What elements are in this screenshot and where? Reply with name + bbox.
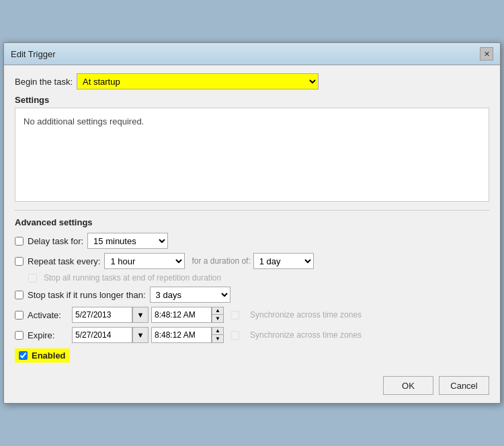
begin-task-row: Begin the task: At startup On a schedule… <box>15 73 489 89</box>
stop-tasks-row: Stop all running tasks at end of repetit… <box>28 273 489 283</box>
activate-calendar-button[interactable]: ▼ <box>132 307 149 323</box>
no-settings-text: No additional settings required. <box>24 116 144 126</box>
expire-time-up[interactable]: ▲ <box>212 328 223 335</box>
expire-checkbox[interactable] <box>15 331 24 340</box>
activate-time-input[interactable] <box>151 307 212 323</box>
dialog-body: Begin the task: At startup On a schedule… <box>4 65 500 371</box>
edit-trigger-dialog: Edit Trigger ✕ Begin the task: At startu… <box>3 42 501 404</box>
expire-row: Expire: ▼ ▲ ▼ Synchronize across time zo… <box>15 327 489 343</box>
expire-label: Expire: <box>28 330 54 340</box>
expire-calendar-button[interactable]: ▼ <box>132 327 149 343</box>
delay-task-label: Delay task for: <box>28 236 83 246</box>
expire-time-input[interactable] <box>151 327 212 343</box>
activate-time-up[interactable]: ▲ <box>212 307 223 315</box>
enabled-row: Enabled <box>15 348 70 363</box>
activate-time-down[interactable]: ▼ <box>212 315 223 322</box>
stop-if-runs-select[interactable]: 3 days 1 hour 2 hours <box>150 287 230 303</box>
settings-section: No additional settings required. <box>15 108 489 202</box>
stop-if-runs-checkbox[interactable] <box>15 291 24 299</box>
stop-if-runs-row: Stop task if it runs longer than: 3 days… <box>15 287 489 303</box>
title-bar: Edit Trigger ✕ <box>4 43 500 65</box>
expire-sync-container: Synchronize across time zones <box>230 330 362 340</box>
activate-row: Activate: ▼ ▲ ▼ Synchronize across time … <box>15 307 489 323</box>
delay-task-row: Delay task for: 15 minutes 30 minutes 1 … <box>15 233 489 249</box>
activate-checkbox[interactable] <box>15 311 24 320</box>
dialog-footer: OK Cancel <box>4 371 500 403</box>
expire-time-down[interactable]: ▼ <box>212 335 223 342</box>
repeat-task-checkbox[interactable] <box>15 257 24 266</box>
for-duration-label: for a duration of: <box>192 256 250 266</box>
begin-task-label: Begin the task: <box>15 77 73 87</box>
settings-section-label: Settings <box>15 95 489 105</box>
dialog-title: Edit Trigger <box>11 49 55 59</box>
expire-sync-label: Synchronize across time zones <box>250 330 362 340</box>
activate-date-input[interactable] <box>72 307 132 323</box>
enabled-label: Enabled <box>32 350 66 361</box>
activate-label: Activate: <box>28 310 61 320</box>
stop-tasks-label: Stop all running tasks at end of repetit… <box>44 273 221 283</box>
delay-task-select[interactable]: 15 minutes 30 minutes 1 hour <box>87 233 168 249</box>
activate-time-spinner[interactable]: ▲ ▼ <box>212 307 224 323</box>
ok-button[interactable]: OK <box>383 376 433 395</box>
close-button[interactable]: ✕ <box>480 47 493 61</box>
advanced-section-label: Advanced settings <box>15 217 489 227</box>
stop-tasks-checkbox[interactable] <box>28 274 37 283</box>
repeat-task-select[interactable]: 1 hour 30 minutes 2 hours <box>104 253 185 269</box>
expire-sync-checkbox[interactable] <box>230 331 239 340</box>
expire-date-input[interactable] <box>72 327 132 343</box>
stop-if-runs-label: Stop task if it runs longer than: <box>28 290 146 300</box>
activate-sync-checkbox[interactable] <box>230 311 239 320</box>
advanced-section: Advanced settings Delay task for: 15 min… <box>15 210 489 343</box>
duration-select[interactable]: 1 day 12 hours Indefinitely <box>253 253 314 269</box>
repeat-task-row: Repeat task every: 1 hour 30 minutes 2 h… <box>15 253 489 269</box>
activate-sync-label: Synchronize across time zones <box>250 310 362 320</box>
delay-task-checkbox[interactable] <box>15 237 24 246</box>
activate-sync-container: Synchronize across time zones <box>230 310 362 320</box>
expire-time-spinner[interactable]: ▲ ▼ <box>212 327 224 343</box>
repeat-task-label: Repeat task every: <box>28 256 100 266</box>
cancel-button[interactable]: Cancel <box>439 376 489 395</box>
enabled-checkbox[interactable] <box>19 351 28 360</box>
begin-task-select[interactable]: At startup On a schedule At log on On an… <box>77 73 319 89</box>
